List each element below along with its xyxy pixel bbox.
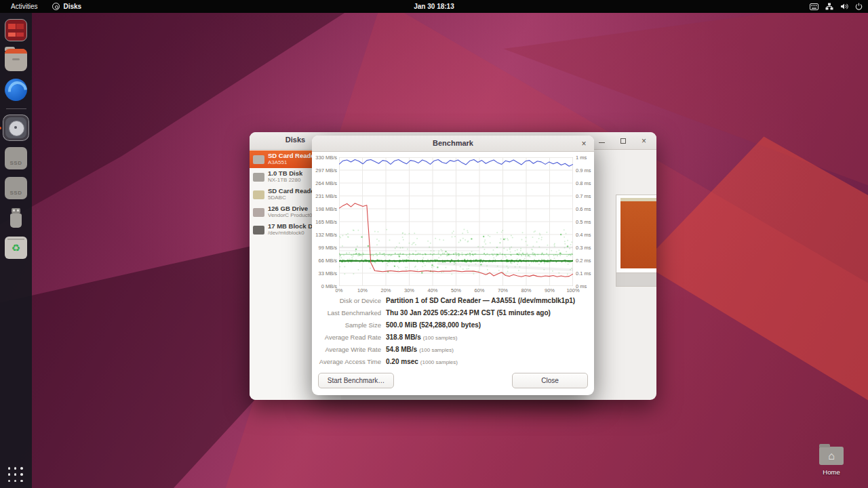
show-applications-button[interactable] [8,467,24,483]
y-right-tick: 0.9 ms [576,167,594,174]
usb-connector-icon [12,208,20,214]
detail-value: 318.8 MB/s(100 samples) [386,333,457,341]
y-left-tick: 132 MB/s [313,232,337,238]
benchmark-details: Disk or DevicePartition 1 of SD Card Rea… [312,297,594,370]
house-icon: ⌂ [828,451,835,462]
device-subtitle: 5DABC [268,195,317,201]
device-subtitle: NX-1TB 2280 [268,178,302,184]
maximize-button[interactable] [617,136,629,147]
close-button[interactable]: Close [512,373,588,388]
benchmark-plot [339,157,573,286]
selected-volume-block[interactable] [620,201,656,268]
home-folder-icon: ⌂ [819,447,844,465]
y-left-tick: 198 MB/s [313,206,337,212]
detail-row: Average Access Time0.20 msec(1000 sample… [312,358,594,370]
y-right-tick: 0.4 ms [576,232,594,238]
detail-value: Partition 1 of SD Card Reader — A3A551 (… [386,297,575,304]
detail-value: 500.0 MiB (524,288,000 bytes) [386,321,481,329]
detail-label: Average Write Rate [312,346,381,353]
app-menu-label: Disks [63,3,81,10]
home-folder-shortcut[interactable]: ⌂ Home [812,447,850,476]
dock-item-web-browser-app[interactable] [5,79,27,101]
volume-icon[interactable] [840,3,848,10]
ssd-label: SSD [10,160,22,166]
top-bar: Activities Disks Jan 30 18:13 [0,0,868,13]
detail-label: Average Access Time [312,358,381,365]
close-dialog-button[interactable]: × [578,138,590,150]
x-tick: 60% [468,287,491,293]
detail-row: Last BenchmarkedThu 30 Jan 2025 05:22:24… [312,309,594,321]
dock-item-disks-app[interactable] [3,115,29,141]
device-text: 126 GB DriveVendorC Product0 [268,205,312,218]
dialog-title: Benchmark [312,139,594,147]
detail-label: Sample Size [312,321,381,329]
close-window-button[interactable]: × [638,136,650,147]
device-text: SD Card ReaderA3A551 [268,152,317,165]
drive-icon [253,173,264,182]
detail-note: (100 samples) [423,335,458,341]
detail-label: Average Read Rate [312,333,381,341]
dock-item-ssd-drive-2[interactable]: SSD [5,177,27,199]
detail-value: Thu 30 Jan 2025 05:22:24 PM CST (51 minu… [386,309,551,317]
dock-item-red-grid-app[interactable] [5,19,27,41]
dock: SSD SSD ♻ [0,13,32,488]
keyboard-layout-icon[interactable] [810,3,818,10]
y-right-tick: 0.1 ms [576,270,594,277]
detail-note: (100 samples) [419,347,454,353]
activities-button[interactable]: Activities [8,2,40,11]
drive-icon [253,190,264,199]
x-tick: 100% [561,287,585,293]
x-tick: 90% [538,287,561,293]
y-right-tick: 0.6 ms [576,206,594,212]
disks-app-icon [5,117,26,138]
device-subtitle: A3A551 [268,160,317,166]
drive-icon [253,155,264,164]
benchmark-chart: 330 MB/s297 MB/s264 MB/s231 MB/s198 MB/s… [312,152,594,296]
dock-item-trash[interactable]: ♻ [5,237,27,259]
drive-icon [253,208,264,217]
x-tick: 20% [374,287,397,293]
y-right-tick: 0.5 ms [576,219,594,225]
volumes-frame [616,195,656,273]
device-text: SD Card Reader5DABC [268,188,317,201]
clock[interactable]: Jan 30 18:13 [414,3,454,10]
y-right-tick: 0.7 ms [576,193,594,199]
detail-label: Last Benchmarked [312,309,381,317]
dock-item-files-app[interactable] [5,49,27,71]
benchmark-dialog: Benchmark × 330 MB/s297 MB/s264 MB/s231 … [312,136,594,395]
y-left-tick: 66 MB/s [313,258,337,264]
power-icon[interactable] [855,3,863,10]
x-tick: 40% [421,287,444,293]
dock-item-usb-drive[interactable] [5,207,27,229]
y-left-tick: 231 MB/s [313,193,337,199]
detail-label: Disk or Device [312,297,381,304]
recycle-icon: ♻ [12,243,20,253]
y-left-tick: 297 MB/s [313,167,337,174]
x-tick: 80% [515,287,538,293]
app-menu-button[interactable]: Disks [52,3,81,10]
minimize-button[interactable] [596,136,608,147]
dock-item-ssd-drive-1[interactable]: SSD [5,147,27,169]
detail-row: Disk or DevicePartition 1 of SD Card Rea… [312,297,594,309]
detail-row: Average Write Rate54.8 MB/s(100 samples) [312,346,594,358]
y-left-tick: 330 MB/s [313,155,337,161]
benchmark-headerbar[interactable]: Benchmark × [312,136,594,152]
y-left-tick: 264 MB/s [313,180,337,186]
dock-separator [6,108,26,109]
detail-row: Sample Size500.0 MiB (524,288,000 bytes) [312,321,594,333]
detail-value: 0.20 msec(1000 samples) [386,358,458,365]
detail-note: (1000 samples) [420,359,458,365]
system-tray[interactable] [810,0,863,13]
x-tick: 10% [351,287,374,293]
start-benchmark-button[interactable]: Start Benchmark… [318,373,394,388]
network-icon[interactable] [825,3,833,10]
detail-value: 54.8 MB/s(100 samples) [386,346,454,353]
detail-row: Average Read Rate318.8 MB/s(100 samples) [312,333,594,346]
drive-icon [253,226,264,235]
volume-toolbar: − [616,273,656,287]
desktop: Activities Disks Jan 30 18:13 [0,0,868,488]
running-indicator-dot [0,127,1,129]
x-tick: 70% [492,287,515,293]
ssd-label: SSD [10,190,22,196]
y-left-tick: 165 MB/s [313,219,337,225]
